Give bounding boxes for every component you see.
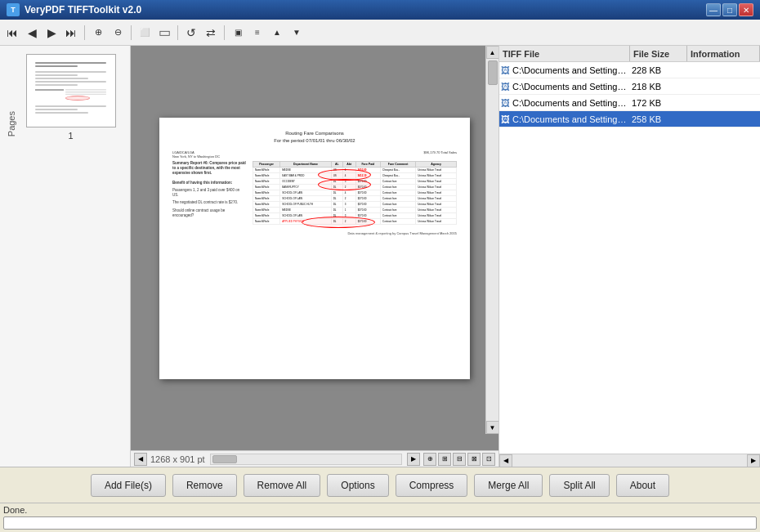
doc-hscroll-thumb[interactable] — [212, 455, 237, 463]
view-btn-4[interactable]: ⊠ — [467, 453, 481, 466]
prev-page-btn[interactable]: ◀ — [23, 24, 41, 42]
cell: $270.00 — [355, 190, 380, 195]
col-header-size[interactable]: File Size — [630, 46, 687, 61]
doc-benefit-title: Benefit of having this information: — [172, 181, 246, 186]
zoom-out-btn[interactable]: ⊖ — [109, 24, 127, 42]
close-button[interactable]: ✕ — [739, 3, 753, 16]
file-hscroll-track[interactable] — [512, 454, 747, 467]
compress-button[interactable]: Compress — [396, 474, 468, 497]
cell: DL — [331, 207, 342, 212]
merge-all-button[interactable]: Merge All — [474, 474, 543, 497]
doc-content: Summary Report #6: Compares price paid t… — [172, 161, 457, 235]
cell: Uniross Wilson Travel — [416, 184, 457, 190]
file-row-3[interactable]: 🖼 C:\Documents and Settings\admin... 172… — [499, 95, 760, 111]
pages-label: Pages — [7, 111, 16, 136]
cell: Uniross Wilson Travel — [416, 207, 457, 212]
toolbar-sep-1 — [84, 25, 85, 40]
file-path-text-3: C:\Documents and Settings\admin... — [512, 98, 628, 108]
view-btn-5[interactable]: ⊡ — [482, 453, 495, 466]
status-text: Done. — [3, 505, 757, 515]
cell: 2 — [342, 195, 355, 201]
next-page-btn[interactable]: ▶ — [42, 24, 60, 42]
table-row: Name/WholeSCHOOL OF LAWDL4$270.00Contrac… — [253, 190, 457, 195]
action3-btn[interactable]: ▲ — [268, 24, 286, 42]
rotate-left-btn[interactable]: ↺ — [182, 24, 200, 42]
file-row-2[interactable]: 🖼 C:\Documents and Settings\admin... 218… — [499, 78, 760, 95]
minimize-button[interactable]: — — [706, 3, 721, 16]
cell: Contract fare — [381, 178, 416, 184]
scroll-up-btn[interactable]: ▲ — [486, 46, 499, 59]
doc-route-label: LGA/DCA/LGANew York, NY to Washington DC — [172, 150, 220, 159]
file-icon-2: 🖼 — [501, 82, 510, 92]
cell: 3 — [342, 201, 355, 207]
file-hscroll-right[interactable]: ▶ — [747, 454, 760, 467]
remove-all-button[interactable]: Remove All — [244, 474, 321, 497]
action2-btn[interactable]: ≡ — [248, 24, 266, 42]
last-page-btn[interactable]: ⏭ — [62, 24, 80, 42]
col-header-tiff[interactable]: TIFF File — [499, 46, 630, 61]
thumb-lines — [35, 62, 105, 119]
cell: Name/Whole — [253, 195, 280, 201]
view-btn-1[interactable]: ⊕ — [423, 453, 436, 466]
file-panel: TIFF File File Size Information 🖼 C:\Doc… — [498, 46, 760, 467]
about-button[interactable]: About — [616, 474, 669, 497]
cell: Cheapest Bus... — [381, 167, 416, 172]
col-header-info[interactable]: Information — [687, 46, 760, 61]
split-all-button[interactable]: Split All — [549, 474, 609, 497]
cell: $270.00 — [355, 207, 380, 212]
title-bar: T VeryPDF TIFFToolkit v2.0 — □ ✕ — [0, 0, 760, 20]
view-btn-2[interactable]: ⊞ — [438, 453, 451, 466]
page-thumb-1[interactable] — [26, 54, 116, 127]
action4-btn[interactable]: ▼ — [288, 24, 306, 42]
cell: Uniross Wilson Travel — [416, 218, 457, 224]
scroll-right-btn[interactable]: ▶ — [407, 453, 420, 466]
scroll-left-btn[interactable]: ◀ — [134, 453, 147, 466]
doc-bottom-icons: ⊕ ⊞ ⊟ ⊠ ⊡ — [423, 453, 495, 466]
maximize-button[interactable]: □ — [722, 3, 737, 16]
doc-viewer: Routing Fare Comparisons For the period … — [131, 46, 498, 467]
doc-hscroll[interactable] — [210, 454, 402, 465]
file-path-text-4: C:\Documents and Settings\admin... — [512, 114, 628, 124]
options-button[interactable]: Options — [327, 474, 388, 497]
zoom-in-btn[interactable]: ⊕ — [89, 24, 107, 42]
col-agency: Agency — [416, 161, 457, 167]
cell: Name/Whole — [253, 218, 280, 224]
status-progress-bar — [3, 516, 757, 530]
file-size-2: 218 KB — [630, 82, 687, 92]
scroll-down-btn[interactable]: ▼ — [486, 421, 499, 434]
file-path-3: 🖼 C:\Documents and Settings\admin... — [499, 98, 630, 108]
first-page-btn[interactable]: ⏮ — [3, 24, 21, 42]
col-abt: Abt — [342, 161, 355, 167]
remove-button[interactable]: Remove — [172, 474, 237, 497]
file-row-4[interactable]: 🖼 C:\Documents and Settings\admin... 258… — [499, 111, 760, 127]
action1-btn[interactable]: ▣ — [229, 24, 247, 42]
cell: DL — [331, 201, 342, 207]
add-files-button[interactable]: Add File(s) — [91, 474, 166, 497]
col-fare-comment: Fare Comment — [381, 161, 416, 167]
file-size-3: 172 KB — [630, 98, 687, 108]
fit-page-btn[interactable]: ⬜ — [136, 24, 154, 42]
cell: Uniross Wilson Travel — [416, 178, 457, 184]
file-hscroll-left[interactable]: ◀ — [499, 454, 512, 467]
doc-sub-header: LGA/DCA/LGANew York, NY to Washington DC… — [172, 150, 457, 159]
flip-btn[interactable]: ⇄ — [202, 24, 220, 42]
doc-left-text: Summary Report #6: Compares price paid t… — [172, 161, 246, 235]
cell: Name/Whole — [253, 201, 280, 207]
fit-width-btn[interactable]: ▭ — [155, 24, 173, 42]
title-bar-controls: — □ ✕ — [706, 3, 753, 16]
doc-dimensions: 1268 x 901 pt — [150, 454, 205, 464]
table-row: Name/WholeSCHOOL OF LAWDL2$270.00Contrac… — [253, 195, 457, 201]
view-btn-3[interactable]: ⊟ — [453, 453, 466, 466]
cell: SCHOOL OF LAW — [280, 195, 331, 201]
file-list-header: TIFF File File Size Information — [499, 46, 760, 62]
doc-bottom-bar: ◀ 1268 x 901 pt ▶ ⊕ ⊞ ⊟ ⊠ ⊡ — [131, 450, 498, 467]
scroll-thumb-v[interactable] — [488, 60, 498, 85]
file-row-1[interactable]: 🖼 C:\Documents and Settings\admin... 228… — [499, 62, 760, 78]
doc-footer: Data management & reporting by Campus Tr… — [253, 231, 457, 235]
title-bar-left: T VeryPDF TIFFToolkit v2.0 — [7, 3, 141, 16]
doc-vscroll: ▲ ▼ — [485, 46, 498, 434]
pages-panel: Pages — [0, 46, 131, 467]
toolbar-sep-3 — [177, 25, 178, 40]
cell: Contract fare — [381, 207, 416, 212]
table-row: Name/WholeMEDSEDL1$270.00Contract fareUn… — [253, 207, 457, 212]
